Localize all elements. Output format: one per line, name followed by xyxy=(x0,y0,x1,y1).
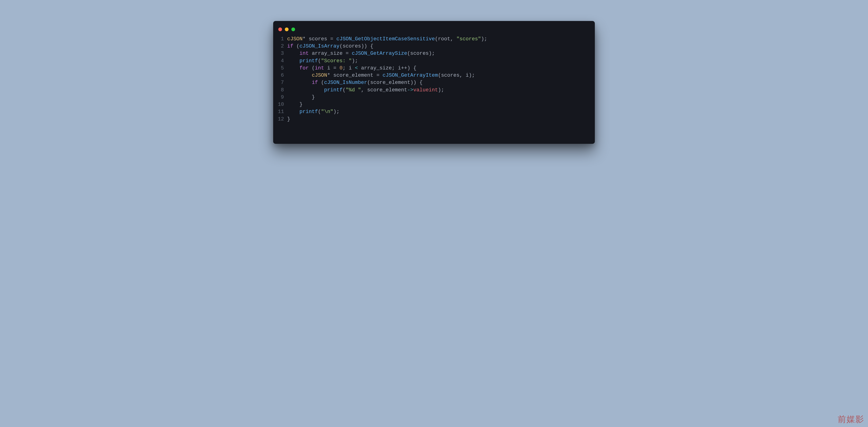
code-token: i xyxy=(327,65,330,71)
code-token: "%d " xyxy=(346,87,361,93)
code-window: 1cJSON* scores = cJSON_GetObjectItemCase… xyxy=(273,21,595,144)
code-line: 3 int array_size = cJSON_GetArraySize(sc… xyxy=(278,50,588,57)
code-token xyxy=(287,65,300,71)
code-token: cJSON_GetObjectItemCaseSensitive xyxy=(336,36,435,42)
code-token: = xyxy=(343,51,352,56)
line-content: printf("%d ", score_element->valueint); xyxy=(287,87,444,94)
line-content: } xyxy=(287,101,303,108)
code-token: = xyxy=(330,65,340,71)
line-number: 3 xyxy=(278,50,287,57)
minimize-icon[interactable] xyxy=(285,28,288,31)
code-token xyxy=(287,58,300,64)
code-line: 4 printf("Scores: "); xyxy=(278,57,588,65)
code-token: for xyxy=(300,65,309,71)
code-token: * xyxy=(327,72,333,78)
code-token: printf xyxy=(300,109,318,115)
code-line: 7 if (cJSON_IsNumber(score_element)) { xyxy=(278,79,588,86)
code-token: i xyxy=(466,72,469,78)
code-token: int xyxy=(300,51,309,56)
code-token: ++) { xyxy=(401,65,416,71)
line-content: if (cJSON_IsNumber(score_element)) { xyxy=(287,79,423,86)
code-line: 5 for (int i = 0; i < array_size; i++) { xyxy=(278,65,588,72)
code-token xyxy=(287,80,312,86)
code-token: i xyxy=(398,65,401,71)
line-number: 2 xyxy=(278,43,287,50)
code-token xyxy=(287,109,300,115)
code-token: * xyxy=(303,36,309,42)
line-number: 6 xyxy=(278,72,287,79)
line-content: if (cJSON_IsArray(scores)) { xyxy=(287,43,373,50)
code-token: scores xyxy=(441,72,459,78)
code-token: ; xyxy=(392,65,398,71)
code-token: ( xyxy=(343,87,346,93)
code-token: scores xyxy=(309,36,327,42)
code-token: score_element xyxy=(333,72,373,78)
code-token: score_element xyxy=(370,80,410,86)
code-token: , xyxy=(450,36,456,42)
code-token: } xyxy=(287,116,290,122)
code-line: 10 } xyxy=(278,101,588,108)
line-content: printf("Scores: "); xyxy=(287,57,358,65)
zoom-icon[interactable] xyxy=(291,28,295,31)
close-icon[interactable] xyxy=(278,28,282,31)
line-content: cJSON* scores = cJSON_GetObjectItemCaseS… xyxy=(287,35,487,43)
code-token: ( xyxy=(435,36,438,42)
code-token xyxy=(309,51,312,56)
code-token: < xyxy=(352,65,361,71)
code-token: , xyxy=(459,72,465,78)
line-number: 5 xyxy=(278,65,287,72)
code-token: , xyxy=(361,87,367,93)
code-line: 9 } xyxy=(278,94,588,101)
code-token: )) { xyxy=(361,43,373,49)
code-token: cJSON xyxy=(287,36,303,42)
line-number: 10 xyxy=(278,101,287,108)
code-line: 12} xyxy=(278,116,588,123)
code-token: ; xyxy=(343,65,349,71)
code-token: if xyxy=(287,43,293,49)
code-token: i xyxy=(349,65,352,71)
code-token: printf xyxy=(300,58,318,64)
line-content: cJSON* score_element = cJSON_GetArrayIte… xyxy=(287,72,475,79)
stage: 1cJSON* scores = cJSON_GetObjectItemCase… xyxy=(0,0,868,427)
line-number: 4 xyxy=(278,57,287,65)
code-token: ); xyxy=(352,58,358,64)
code-token: ( xyxy=(293,43,299,49)
code-token: valueint xyxy=(413,87,438,93)
code-token xyxy=(287,51,300,56)
code-token: cJSON_IsNumber xyxy=(324,80,367,86)
code-token: cJSON_GetArrayItem xyxy=(382,72,438,78)
code-token: ); xyxy=(481,36,487,42)
code-token: )) { xyxy=(410,80,423,86)
code-line: 2if (cJSON_IsArray(scores)) { xyxy=(278,43,588,50)
line-number: 12 xyxy=(278,116,287,123)
code-token: 0 xyxy=(339,65,342,71)
code-token: ( xyxy=(309,65,315,71)
line-content: } xyxy=(287,94,315,101)
code-token: } xyxy=(287,94,315,100)
code-token: array_size xyxy=(361,65,392,71)
code-token: int xyxy=(315,65,324,71)
code-line: 6 cJSON* score_element = cJSON_GetArrayI… xyxy=(278,72,588,79)
code-token: ); xyxy=(469,72,475,78)
code-token: ); xyxy=(429,51,435,56)
code-block[interactable]: 1cJSON* scores = cJSON_GetObjectItemCase… xyxy=(273,35,595,123)
code-line: 11 printf("\n"); xyxy=(278,108,588,115)
code-token: cJSON_GetArraySize xyxy=(352,51,407,56)
code-token: = xyxy=(373,72,383,78)
code-token: } xyxy=(287,102,303,108)
code-token xyxy=(287,72,312,78)
code-token: cJSON xyxy=(312,72,327,78)
code-token: ( xyxy=(339,43,342,49)
code-token: cJSON_IsArray xyxy=(300,43,340,49)
code-token: ( xyxy=(438,72,441,78)
code-token xyxy=(324,65,327,71)
window-titlebar xyxy=(273,26,595,35)
line-content: for (int i = 0; i < array_size; i++) { xyxy=(287,65,416,72)
code-token: = xyxy=(327,36,337,42)
code-token: "scores" xyxy=(456,36,481,42)
code-token: "\n" xyxy=(321,109,333,115)
code-token: score_element xyxy=(367,87,407,93)
code-token: ( xyxy=(318,109,321,115)
code-token xyxy=(287,87,324,93)
code-token: ( xyxy=(407,51,410,56)
